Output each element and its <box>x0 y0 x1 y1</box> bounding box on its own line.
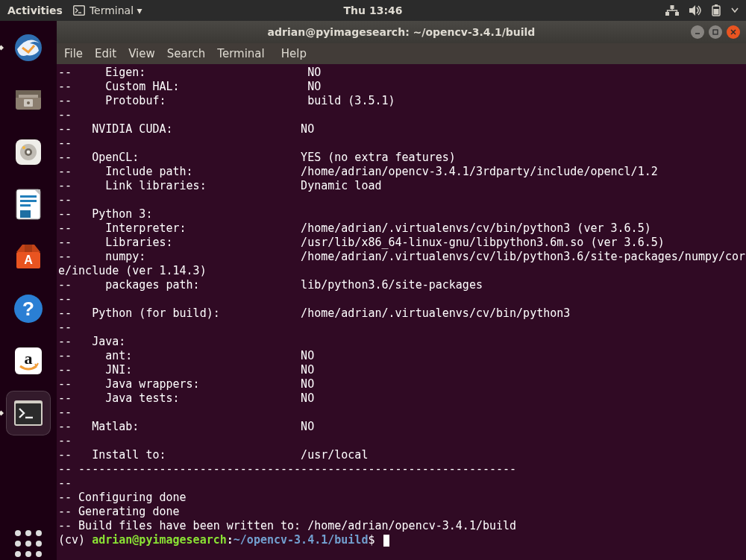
terminal-line: -- Java: <box>58 335 745 349</box>
rhythmbox-icon <box>10 133 47 171</box>
prompt-user: adrian@pyimagesearch <box>92 533 227 547</box>
terminal-line: -- Link libraries: Dynamic load <box>58 179 745 193</box>
terminal-line: -- <box>58 434 745 448</box>
window-titlebar[interactable]: adrian@pyimagesearch: ~/opencv-3.4.1/bui… <box>57 21 746 43</box>
menu-help[interactable]: Help <box>281 47 307 60</box>
dock-app-files[interactable] <box>6 78 51 122</box>
software-icon: A <box>10 238 47 275</box>
terminal-line: -- <box>58 476 745 491</box>
terminal-icon <box>73 5 85 16</box>
clock[interactable]: Thu 13:46 <box>344 4 403 16</box>
terminal-line: -- Include path: /home/adrian/opencv-3.4… <box>58 165 745 179</box>
svg-rect-29 <box>25 245 32 252</box>
terminal-line: -- <box>58 292 745 306</box>
dock-app-libreoffice[interactable] <box>6 182 51 227</box>
svg-text:?: ? <box>22 298 34 320</box>
terminal-line: -- <box>58 136 745 151</box>
minimize-button[interactable] <box>691 25 704 39</box>
svg-text:a: a <box>25 349 33 368</box>
dock-app-help[interactable]: ? <box>6 286 51 331</box>
volume-icon[interactable] <box>689 5 701 16</box>
terminal-icon <box>10 394 47 432</box>
terminal-line: -- ant: NO <box>58 349 745 363</box>
terminal-line: -- Python (for build): /home/adrian/.vir… <box>58 306 745 321</box>
dock-app-terminal[interactable] <box>6 391 51 435</box>
terminal-line: -- Java tests: NO <box>58 391 745 406</box>
svg-point-15 <box>27 101 30 104</box>
menu-terminal[interactable]: Terminal <box>217 47 264 60</box>
prompt-colon: : <box>227 533 233 547</box>
amazon-icon: a <box>10 342 47 380</box>
terminal-line: -- <box>58 108 745 122</box>
svg-rect-36 <box>16 403 41 424</box>
terminal-line: -- Custom HAL: NO <box>58 80 745 94</box>
svg-rect-3 <box>665 12 669 16</box>
help-icon: ? <box>10 290 47 327</box>
menu-search[interactable]: Search <box>167 47 206 60</box>
terminal-line: -- Generating done <box>58 505 745 519</box>
svg-rect-8 <box>715 4 718 7</box>
svg-rect-27 <box>20 210 31 218</box>
svg-rect-24 <box>20 195 37 198</box>
terminal-line: -- NVIDIA CUDA: NO <box>58 122 745 136</box>
thunderbird-icon <box>10 29 47 66</box>
svg-text:A: A <box>24 254 33 266</box>
terminal-line: -- OpenCL: YES (no extra features) <box>58 151 745 165</box>
maximize-button[interactable] <box>709 25 722 39</box>
svg-point-19 <box>27 151 31 154</box>
terminal-line: -- Python 3: <box>58 207 745 221</box>
dock-app-thunderbird[interactable] <box>6 25 51 70</box>
svg-rect-5 <box>671 5 674 9</box>
svg-rect-25 <box>20 200 37 202</box>
terminal-line: -- <box>58 406 745 420</box>
window-title: adrian@pyimagesearch: ~/opencv-3.4.1/bui… <box>268 26 536 38</box>
svg-rect-39 <box>713 30 718 34</box>
terminal-line: -- <box>58 321 745 335</box>
svg-rect-1 <box>74 7 84 15</box>
terminal-line: -- Install to: /usr/local <box>58 448 745 462</box>
files-icon <box>10 81 47 119</box>
terminal-prompt[interactable]: (cv) adrian@pyimagesearch:~/opencv-3.4.1… <box>58 533 745 547</box>
terminal-body[interactable]: -- Eigen: NO-- Custom HAL: NO-- Protobuf… <box>57 64 746 560</box>
svg-rect-4 <box>675 12 679 16</box>
svg-marker-6 <box>689 5 695 16</box>
activities-button[interactable]: Activities <box>7 4 63 16</box>
svg-point-20 <box>22 146 25 149</box>
prompt-env: (cv) <box>58 533 92 547</box>
terminal-line: -- numpy: /home/adrian/.virtualenvs/cv/l… <box>58 250 745 264</box>
battery-icon[interactable] <box>712 4 721 16</box>
svg-rect-26 <box>20 204 31 207</box>
svg-rect-13 <box>19 95 38 98</box>
terminal-line: -- -------------------------------------… <box>58 462 745 476</box>
terminal-line: -- Build files have been written to: /ho… <box>58 519 745 533</box>
terminal-line: -- Libraries: /usr/lib/x86_64-linux-gnu/… <box>58 236 745 250</box>
libreoffice-icon <box>10 186 47 223</box>
terminal-line: -- packages path: lib/python3.6/site-pac… <box>58 278 745 292</box>
terminal-cursor <box>383 535 389 547</box>
show-applications-button[interactable] <box>15 530 42 557</box>
terminal-line: -- Configuring done <box>58 491 745 505</box>
terminal-window: adrian@pyimagesearch: ~/opencv-3.4.1/bui… <box>57 21 746 560</box>
menu-file[interactable]: File <box>64 47 83 60</box>
prompt-path: ~/opencv-3.4.1/build <box>233 533 369 547</box>
dock: A?a <box>0 21 57 560</box>
dock-app-rhythmbox[interactable] <box>6 130 51 174</box>
terminal-line: -- Protobuf: build (3.5.1) <box>58 94 745 108</box>
gnome-topbar: Activities Terminal ▾ Thu 13:46 <box>0 0 746 21</box>
network-icon[interactable] <box>665 5 679 16</box>
terminal-line: -- Matlab: NO <box>58 420 745 434</box>
dock-app-amazon[interactable]: a <box>6 339 51 383</box>
close-button[interactable] <box>727 25 740 39</box>
terminal-line: -- Eigen: NO <box>58 66 745 80</box>
terminal-line: e/include (ver 1.14.3) <box>58 264 745 278</box>
terminal-line: -- Interpreter: /home/adrian/.virtualenv… <box>58 221 745 236</box>
terminal-line: -- JNI: NO <box>58 363 745 377</box>
prompt-dollar: $ <box>368 533 381 547</box>
menu-bar: FileEditViewSearchTerminalHelp <box>57 43 746 64</box>
dock-app-software[interactable]: A <box>6 234 51 279</box>
menu-edit[interactable]: Edit <box>95 47 116 60</box>
terminal-line: -- <box>58 193 745 207</box>
menu-view[interactable]: View <box>128 47 155 60</box>
chevron-down-icon[interactable] <box>731 7 739 13</box>
topbar-app-menu[interactable]: Terminal ▾ <box>73 4 142 16</box>
